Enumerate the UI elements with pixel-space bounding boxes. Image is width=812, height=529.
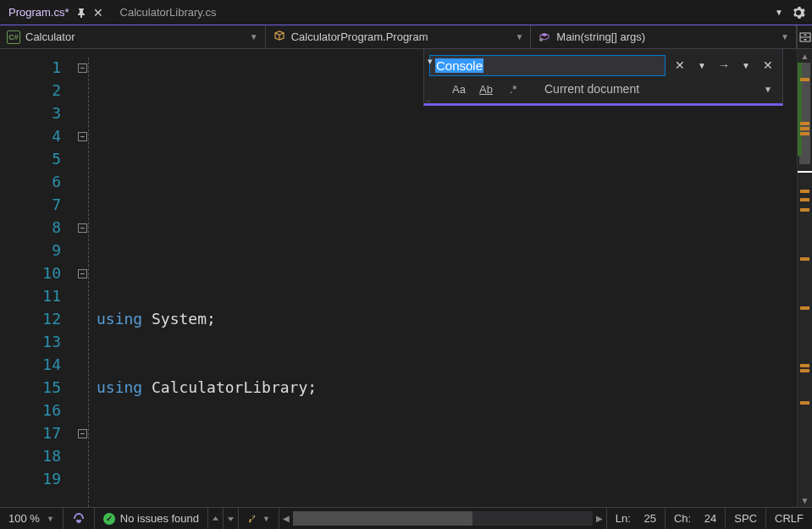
- zoom-value: 100 %: [8, 512, 40, 525]
- find-close-panel-icon[interactable]: ✕: [759, 56, 777, 74]
- method-icon: [538, 30, 551, 44]
- active-files-dropdown-icon[interactable]: ▼: [775, 8, 783, 17]
- fold-toggle[interactable]: −: [78, 429, 87, 438]
- error-nav-down[interactable]: [224, 508, 239, 529]
- line-number: 16: [0, 399, 61, 422]
- nav-method-label: Main(string[] args): [556, 30, 645, 43]
- expand-replace-icon[interactable]: ▾: [428, 56, 433, 67]
- scroll-right-icon[interactable]: ▶: [593, 514, 606, 523]
- scrollbar-thumb[interactable]: [293, 511, 472, 526]
- find-in-files-icon[interactable]: ▼: [737, 56, 755, 74]
- find-close-icon[interactable]: ✕: [671, 56, 689, 74]
- find-next-icon[interactable]: →: [715, 56, 733, 74]
- find-replace-panel: ▾ Console ✕ ▼ → ▼ ✕ Aa Ab .* Current doc…: [423, 49, 783, 106]
- line-ending-mode[interactable]: CRLF: [766, 508, 812, 529]
- line-number: 5: [0, 147, 61, 170]
- match-case-toggle[interactable]: Aa: [450, 80, 468, 98]
- nav-class-dropdown[interactable]: CalculatorProgram.Program ▼: [266, 25, 532, 48]
- code-line: using CalculatorLibrary;: [76, 376, 797, 399]
- code-editor[interactable]: 1 2 3 4 5 6 7 8 9 10 11 12 13 14 15 16 1…: [0, 49, 812, 507]
- svg-point-5: [252, 515, 253, 515]
- check-icon: ✓: [103, 513, 115, 525]
- svg-rect-1: [540, 39, 542, 41]
- line-number: 18: [0, 444, 61, 467]
- scroll-down-icon[interactable]: ▼: [798, 493, 812, 507]
- chevron-down-icon: ▼: [262, 515, 270, 523]
- find-input[interactable]: Console: [429, 55, 666, 76]
- line-number: 12: [0, 307, 61, 330]
- line-number: 1: [0, 56, 61, 79]
- resize-grip-icon[interactable]: ⣀: [426, 94, 431, 102]
- nav-class-label: CalculatorProgram.Program: [291, 30, 428, 43]
- horizontal-scrollbar[interactable]: ◀ ▶: [279, 511, 606, 526]
- code-line: using System;: [76, 307, 797, 330]
- tab-calculator-library[interactable]: CalculatorLibrary.cs: [112, 0, 225, 25]
- vertical-scrollbar[interactable]: ▲ ▼: [797, 49, 812, 507]
- navigation-bar: C# Calculator ▼ CalculatorProgram.Progra…: [0, 25, 812, 49]
- chevron-down-icon: ▼: [781, 32, 789, 41]
- line-number: 6: [0, 170, 61, 193]
- scope-dropdown-icon[interactable]: ▼: [759, 80, 777, 98]
- intellicode-button[interactable]: [64, 508, 95, 529]
- tab-program-cs[interactable]: Program.cs* ✕: [0, 0, 112, 25]
- line-number: 7: [0, 193, 61, 216]
- chevron-down-icon: ▼: [47, 515, 54, 523]
- line-number: 4: [0, 124, 61, 147]
- cursor-char[interactable]: Ch: 24: [666, 508, 726, 529]
- line-number: 14: [0, 353, 61, 376]
- cursor-line[interactable]: Ln: 25: [607, 508, 666, 529]
- issues-label: No issues found: [120, 512, 199, 525]
- chevron-down-icon: ▼: [515, 32, 523, 41]
- line-number: 3: [0, 102, 61, 124]
- line-number: 8: [0, 216, 61, 239]
- class-icon: [273, 30, 286, 44]
- chevron-down-icon: ▼: [250, 32, 258, 41]
- line-number: 11: [0, 284, 61, 307]
- line-number-gutter: 1 2 3 4 5 6 7 8 9 10 11 12 13 14 15 16 1…: [0, 49, 76, 507]
- fold-toggle[interactable]: −: [78, 132, 87, 141]
- build-cleanup-button[interactable]: ▼: [239, 508, 279, 529]
- line-number: 19: [0, 467, 61, 490]
- code-line: [76, 444, 797, 467]
- tab-label: Program.cs*: [8, 6, 69, 19]
- find-scope-label: Current document: [544, 80, 639, 98]
- nav-method-dropdown[interactable]: Main(string[] args) ▼: [531, 25, 797, 48]
- fold-toggle[interactable]: −: [78, 269, 87, 278]
- close-icon[interactable]: ✕: [93, 6, 103, 19]
- document-tabs: Program.cs* ✕ CalculatorLibrary.cs ▼: [0, 0, 812, 25]
- error-nav-up[interactable]: [208, 508, 224, 529]
- nav-project-dropdown[interactable]: C# Calculator ▼: [0, 25, 266, 48]
- line-number: 13: [0, 330, 61, 353]
- error-list-button[interactable]: ✓ No issues found: [95, 508, 208, 529]
- nav-project-label: Calculator: [25, 30, 75, 43]
- code-area[interactable]: − − − − − using System; using Calculator…: [76, 49, 797, 507]
- line-number: 10: [0, 262, 61, 284]
- csharp-icon: C#: [7, 30, 20, 44]
- svg-point-4: [254, 515, 255, 516]
- match-word-toggle[interactable]: Ab: [477, 80, 495, 98]
- scroll-left-icon[interactable]: ◀: [279, 514, 293, 523]
- fold-toggle[interactable]: −: [78, 223, 87, 233]
- zoom-control[interactable]: 100 % ▼: [0, 508, 64, 529]
- tab-label: CalculatorLibrary.cs: [120, 6, 217, 19]
- gear-icon[interactable]: [792, 6, 805, 19]
- line-number: 17: [0, 422, 61, 444]
- line-number: 15: [0, 376, 61, 399]
- scroll-up-icon[interactable]: ▲: [798, 49, 812, 63]
- regex-toggle[interactable]: .*: [504, 80, 522, 98]
- find-dropdown-icon[interactable]: ▼: [693, 56, 711, 74]
- fold-toggle[interactable]: −: [78, 63, 87, 73]
- status-bar: 100 % ▼ ✓ No issues found ▼ ◀ ▶ Ln: 25 C…: [0, 507, 812, 529]
- line-number: 9: [0, 239, 61, 262]
- indent-mode[interactable]: SPC: [726, 508, 766, 529]
- line-number: 2: [0, 79, 61, 102]
- split-editor-icon[interactable]: [797, 25, 812, 48]
- pin-icon[interactable]: [76, 8, 86, 18]
